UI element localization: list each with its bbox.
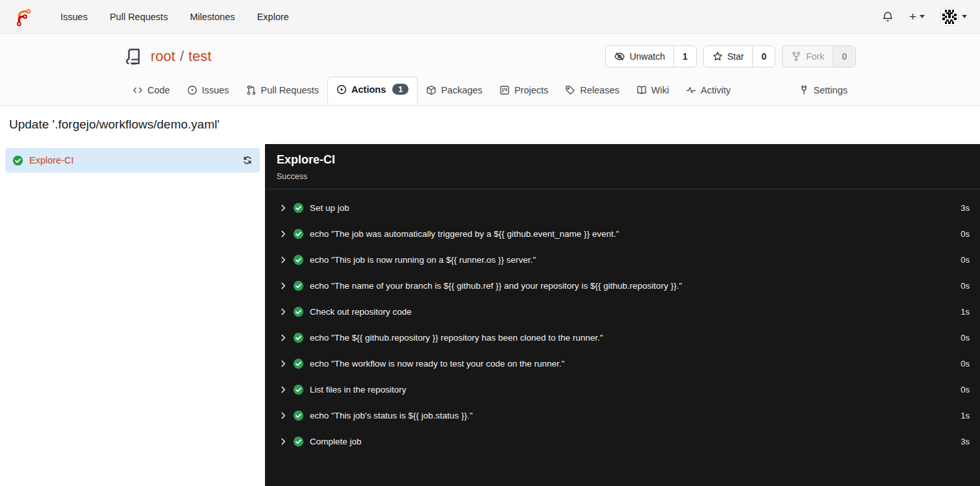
step-name: Check out repository code: [310, 307, 412, 317]
chevron-right-icon: [280, 412, 287, 419]
tab-actions[interactable]: Actions 1: [327, 77, 418, 103]
watch-button-group: Unwatch 1: [605, 45, 696, 67]
play-circle-icon: [336, 84, 347, 95]
chevron-right-icon: [280, 334, 287, 341]
chevron-right-icon: [280, 438, 287, 445]
step-row[interactable]: echo "This job is now running on a ${{ r…: [280, 247, 970, 273]
forgejo-logo-icon: [13, 7, 32, 27]
top-navbar: Issues Pull Requests Milestones Explore …: [0, 0, 980, 34]
nav-item-issues[interactable]: Issues: [49, 12, 99, 22]
step-row[interactable]: echo "The name of your branch is ${{ git…: [280, 273, 970, 298]
repo-icon: [124, 47, 144, 66]
step-duration: 0s: [953, 333, 970, 343]
step-duration: 3s: [953, 437, 970, 446]
tab-activity[interactable]: Activity: [677, 78, 739, 103]
tab-projects[interactable]: Projects: [491, 78, 557, 103]
run-title-section: Update '.forgejo/workflows/demo.yaml': [0, 106, 980, 144]
repo-action-buttons: Unwatch 1 Star 0: [605, 45, 856, 67]
repo-separator: /: [180, 48, 184, 65]
tab-wiki[interactable]: Wiki: [628, 78, 677, 103]
step-duration: 0s: [953, 385, 970, 395]
fork-icon: [791, 51, 801, 62]
chevron-right-icon: [280, 308, 287, 315]
navbar-right: +: [882, 8, 967, 26]
job-item-explore-ci[interactable]: Explore-CI: [5, 148, 260, 173]
check-circle-icon: [293, 228, 304, 239]
chevron-right-icon: [280, 386, 287, 393]
watchers-count[interactable]: 1: [673, 46, 696, 67]
nav-item-pull-requests[interactable]: Pull Requests: [99, 12, 179, 22]
check-circle-icon: [293, 202, 304, 213]
tab-issues[interactable]: Issues: [179, 78, 238, 103]
check-circle-icon: [12, 155, 23, 166]
check-circle-icon: [293, 384, 304, 395]
main-content: Explore-CI Explore-CI Success Set up job: [0, 144, 980, 486]
tab-releases[interactable]: Releases: [557, 78, 627, 103]
step-name: echo "The job was automatically triggere…: [310, 229, 619, 239]
nav-item-explore[interactable]: Explore: [246, 12, 300, 22]
git-pull-request-icon: [246, 85, 257, 95]
step-row[interactable]: echo "The workflow is now ready to test …: [280, 350, 970, 376]
nav-item-milestones[interactable]: Milestones: [179, 12, 245, 22]
fork-button-group: Fork 0: [782, 45, 856, 67]
job-steps-list: Set up job 3s echo "The job was automati…: [265, 189, 980, 454]
step-duration: 3s: [953, 203, 970, 213]
rerun-job-button[interactable]: [242, 155, 253, 165]
tab-settings[interactable]: Settings: [790, 78, 856, 103]
step-name: List files in the repository: [310, 385, 407, 395]
star-button-group: Star 0: [703, 45, 775, 67]
step-duration: 1s: [953, 307, 970, 317]
star-button[interactable]: Star: [704, 46, 753, 67]
forgejo-logo[interactable]: [13, 7, 32, 27]
user-menu-button[interactable]: [940, 8, 967, 26]
step-name: Complete job: [310, 437, 362, 446]
notifications-button[interactable]: [882, 11, 894, 23]
tab-pull-requests[interactable]: Pull Requests: [238, 78, 327, 103]
chevron-right-icon: [280, 360, 287, 367]
step-name: Set up job: [310, 203, 349, 213]
pulse-icon: [686, 85, 696, 95]
tab-code[interactable]: Code: [124, 78, 179, 103]
unwatch-button[interactable]: Unwatch: [606, 46, 673, 67]
check-circle-icon: [293, 332, 304, 343]
jobs-sidebar: Explore-CI: [0, 144, 265, 486]
step-row[interactable]: Complete job 3s: [280, 428, 970, 454]
step-row[interactable]: Check out repository code 1s: [280, 298, 970, 324]
job-panel-header: Explore-CI Success: [265, 144, 980, 189]
step-name: echo "This job's status is ${{ job.statu…: [310, 411, 473, 420]
check-circle-icon: [293, 436, 304, 447]
step-row[interactable]: echo "The ${{ github.repository }} repos…: [280, 324, 970, 350]
step-row[interactable]: List files in the repository 0s: [280, 376, 970, 402]
check-circle-icon: [293, 280, 304, 291]
stars-count[interactable]: 0: [752, 46, 775, 67]
user-avatar-identicon: [941, 8, 958, 25]
actions-count-badge: 1: [392, 84, 408, 95]
step-row[interactable]: echo "This job's status is ${{ job.statu…: [280, 402, 970, 428]
chevron-right-icon: [280, 204, 287, 212]
chevron-down-icon: [962, 15, 967, 18]
create-new-button[interactable]: +: [909, 10, 925, 23]
repo-owner-link[interactable]: root: [151, 48, 175, 65]
step-duration: 0s: [953, 255, 970, 265]
sync-icon: [242, 155, 253, 165]
chevron-right-icon: [280, 256, 287, 263]
avatar: [940, 8, 959, 26]
job-name: Explore-CI: [29, 155, 236, 165]
step-name: echo "The ${{ github.repository }} repos…: [310, 333, 603, 343]
book-icon: [636, 85, 647, 95]
step-duration: 0s: [953, 359, 970, 369]
tab-packages[interactable]: Packages: [418, 78, 491, 103]
star-icon: [712, 51, 723, 62]
chevron-down-icon: [920, 15, 925, 18]
repo-breadcrumb: root / test: [151, 48, 212, 65]
step-row[interactable]: Set up job 3s: [280, 195, 970, 221]
forks-count: 0: [833, 46, 855, 67]
check-circle-icon: [293, 410, 304, 421]
check-circle-icon: [293, 358, 304, 369]
plus-icon: +: [909, 10, 916, 23]
step-row[interactable]: echo "The job was automatically triggere…: [280, 221, 970, 247]
repo-name-link[interactable]: test: [188, 48, 211, 65]
repo-tabs: Code Issues Pull Requests: [124, 77, 856, 103]
step-duration: 0s: [953, 281, 970, 291]
check-circle-icon: [293, 254, 304, 265]
